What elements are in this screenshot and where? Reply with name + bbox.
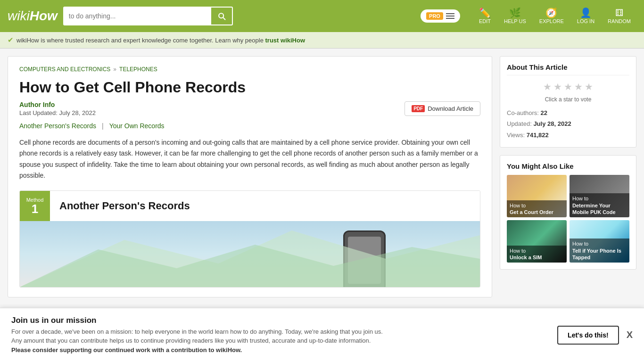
nav-random[interactable]: ⚅ RANDOM (602, 6, 636, 26)
related-caption-4: How to Tell if Your Phone Is Tapped (570, 239, 629, 263)
nav-help[interactable]: 🌿 HELP US (498, 6, 532, 26)
star-5[interactable]: ★ (585, 81, 593, 92)
help-icon: 🌿 (509, 8, 521, 17)
edit-icon: ✏️ (479, 8, 491, 17)
you-might-title: You Might Also Like (507, 162, 629, 170)
explore-icon: 🧭 (545, 8, 557, 17)
article: COMPUTERS AND ELECTRONICS » TELEPHONES H… (8, 56, 492, 297)
related-how-2: How to (572, 195, 627, 202)
section-links: Another Person's Records | Your Own Reco… (19, 122, 480, 130)
star-3[interactable]: ★ (564, 81, 572, 92)
breadcrumb-cat1[interactable]: COMPUTERS AND ELECTRONICS (19, 66, 110, 73)
related-title-3: Unlock a SIM (510, 254, 564, 261)
breadcrumb-cat2[interactable]: TELEPHONES (119, 66, 157, 73)
method-block: Method 1 Another Person's Records (19, 190, 480, 288)
related-title-1: Get a Court Order (510, 209, 564, 215)
check-icon: ✔ (8, 36, 14, 44)
author-info[interactable]: Author Info (19, 101, 96, 108)
related-caption-3: How to Unlock a SIM (507, 246, 567, 263)
nav-random-label: RANDOM (608, 18, 631, 24)
main-layout: COMPUTERS AND ELECTRONICS » TELEPHONES H… (0, 49, 644, 305)
about-card: About This Article ★ ★ ★ ★ ★ Click a sta… (500, 56, 636, 148)
breadcrumb-sep: » (113, 66, 116, 73)
related-item-puk-code[interactable]: How to Determine Your Mobile PUK Code (570, 175, 629, 217)
pro-button[interactable]: PRO (421, 9, 460, 23)
stars[interactable]: ★ ★ ★ ★ ★ (543, 81, 593, 92)
nav-icons: ✏️ EDIT 🌿 HELP US 🧭 EXPLORE 👤 LOG IN ⚅ R… (473, 6, 636, 26)
hamburger-icon (446, 13, 454, 19)
click-to-vote: Click a star to vote (545, 96, 592, 103)
method-title: Another Person's Records (50, 192, 199, 220)
related-title-4: Tell if Your Phone Is Tapped (572, 247, 627, 261)
article-meta: Author Info Last Updated: July 28, 2022 … (19, 101, 480, 116)
method-number: 1 (32, 203, 38, 215)
article-stats: Co-authors: 22 Updated: July 28, 2022 Vi… (507, 107, 629, 140)
section-sep: | (102, 122, 104, 130)
views-value: 741,822 (527, 132, 549, 139)
nav-explore[interactable]: 🧭 EXPLORE (534, 6, 570, 26)
updated-value: July 28, 2022 (533, 120, 571, 127)
updated-label: Updated: (507, 120, 532, 127)
logo[interactable]: wikiHow (8, 8, 58, 24)
search-button[interactable] (211, 8, 232, 25)
random-icon: ⚅ (615, 8, 623, 17)
svg-marker-1 (20, 245, 480, 287)
download-label: Download Article (428, 105, 473, 112)
views-label: Views: (507, 132, 525, 139)
logo-how: How (30, 8, 58, 24)
star-4[interactable]: ★ (574, 81, 583, 92)
logo-wiki: wiki (8, 8, 30, 24)
coauthors-value: 22 (541, 109, 547, 116)
article-title: How to Get Cell Phone Records (19, 78, 480, 96)
nav-login[interactable]: 👤 LOG IN (571, 6, 600, 26)
section-link-own[interactable]: Your Own Records (109, 122, 165, 130)
search-input[interactable] (64, 8, 211, 24)
about-title: About This Article (507, 63, 629, 75)
nav-login-label: LOG IN (577, 18, 594, 24)
author-block: Author Info Last Updated: July 28, 2022 (19, 101, 96, 116)
download-button[interactable]: PDF Download Article (405, 101, 480, 116)
login-icon: 👤 (580, 8, 592, 17)
nav-edit-label: EDIT (479, 18, 491, 24)
pro-badge: PRO (426, 12, 443, 20)
nav-explore-label: EXPLORE (539, 18, 564, 24)
last-updated: Last Updated: July 28, 2022 (19, 109, 96, 116)
header: wikiHow PRO ✏️ EDIT 🌿 HELP US 🧭 EXPLORE … (0, 0, 644, 32)
method-badge: Method 1 (20, 191, 50, 221)
related-how-4: How to (572, 240, 627, 247)
related-item-unlock-sim[interactable]: How to Unlock a SIM (507, 220, 567, 263)
coauthors-label: Co-authors: (507, 109, 539, 116)
star-2[interactable]: ★ (553, 81, 562, 92)
search-form (63, 7, 233, 25)
rating-area: ★ ★ ★ ★ ★ Click a star to vote (507, 81, 629, 103)
you-might-card: You Might Also Like How to Get a Court O… (500, 155, 636, 270)
sidebar: About This Article ★ ★ ★ ★ ★ Click a sta… (500, 56, 636, 270)
nav-edit[interactable]: ✏️ EDIT (473, 6, 496, 26)
trust-text: wikiHow is where trusted research and ex… (17, 37, 305, 44)
related-item-phone-tapped[interactable]: How to Tell if Your Phone Is Tapped (570, 220, 629, 263)
related-how-3: How to (510, 247, 564, 254)
method-image-area (20, 221, 480, 287)
section-link-another[interactable]: Another Person's Records (19, 122, 96, 130)
related-caption-1: How to Get a Court Order (507, 200, 567, 218)
method-header: Method 1 Another Person's Records (20, 191, 480, 221)
pdf-icon: PDF (412, 105, 425, 112)
star-1[interactable]: ★ (543, 81, 552, 92)
related-grid: How to Get a Court Order How to Determin… (507, 175, 629, 263)
intro-text: Cell phone records are documents of a pe… (19, 137, 480, 181)
trust-link[interactable]: trust wikiHow (265, 37, 305, 44)
related-title-2: Determine Your Mobile PUK Code (572, 202, 627, 216)
nav-help-label: HELP US (504, 18, 526, 24)
related-item-court-order[interactable]: How to Get a Court Order (507, 175, 567, 217)
breadcrumb: COMPUTERS AND ELECTRONICS » TELEPHONES (19, 66, 480, 73)
related-how-1: How to (510, 202, 564, 209)
trust-bar: ✔ wikiHow is where trusted research and … (0, 32, 644, 49)
related-caption-2: How to Determine Your Mobile PUK Code (570, 193, 629, 217)
search-icon (217, 11, 226, 21)
